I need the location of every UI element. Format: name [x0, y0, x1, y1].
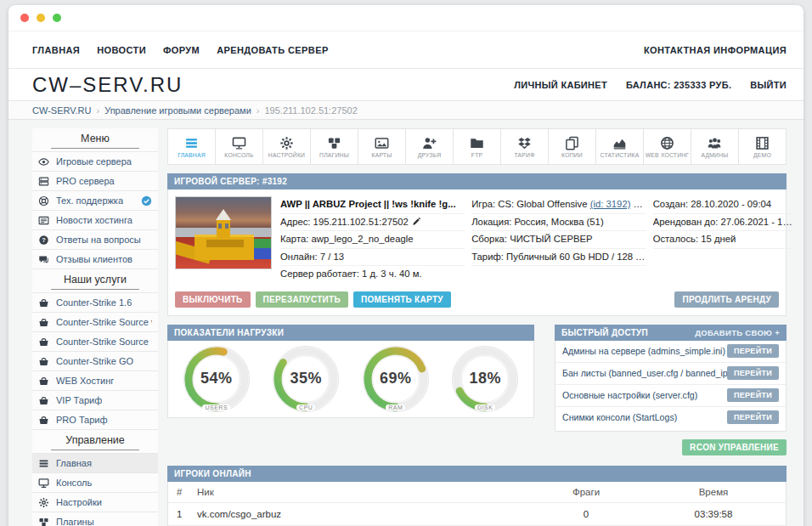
- toolbar-tab-userplus[interactable]: ДРУЗЬЯ: [405, 128, 454, 165]
- sidebar-item-monitor-1[interactable]: Консоль: [32, 473, 158, 493]
- nav-link[interactable]: ГЛАВНАЯ: [32, 45, 80, 55]
- rcon-management-button[interactable]: RCON УПРАВЛЕНИЕ: [682, 439, 787, 455]
- minimize-window-button[interactable]: [37, 14, 45, 22]
- sidebar-item-cart-1[interactable]: Counter-Strike Source v34: [32, 313, 158, 332]
- gauge-disk: 18%DISK: [449, 343, 521, 415]
- cart-icon: [38, 395, 49, 406]
- sidebar-item-menu-0[interactable]: Главная: [32, 453, 158, 473]
- toolbar-tab-admins[interactable]: АДМИНЫ: [691, 128, 739, 165]
- sidebar-item-eye-0[interactable]: Игровые сервера: [32, 151, 158, 172]
- masthead: CW–SERV.RU ЛИЧНЫЙ КАБИНЕТ БАЛАНС: 235333…: [8, 69, 804, 101]
- zoom-window-button[interactable]: [53, 14, 61, 22]
- quick-access-panel: БЫСТРЫЙ ДОСТУП ДОБАВИТЬ СВОЮ + Админы на…: [555, 325, 787, 432]
- player-frags: 0: [522, 509, 650, 519]
- sidebar-item-label: Плагины: [56, 517, 94, 526]
- players-panel-header: ИГРОКИ ОНЛАЙН: [167, 466, 787, 482]
- question-icon: ?: [38, 235, 49, 246]
- toolbar-tab-tariff[interactable]: ТАРИФ: [500, 128, 549, 165]
- content-area: МенюИгровые сервераPRO сервераТех. подде…: [8, 120, 804, 526]
- go-button[interactable]: ПЕРЕЙТИ: [727, 410, 779, 424]
- gauge-label: DISK: [449, 404, 521, 410]
- quick-access-label: Админы на сервере (admins_simple.ini): [562, 346, 727, 356]
- tariff-icon: [517, 136, 532, 150]
- toolbar-tab-folder[interactable]: FTP: [453, 128, 501, 165]
- sidebar-item-comments-5[interactable]: Отзывы клиентов: [32, 250, 158, 269]
- verified-badge-icon: [141, 195, 152, 206]
- col-num: #: [177, 487, 197, 497]
- sidebar-item-cart-2[interactable]: Counter-Strike Source: [32, 332, 158, 352]
- sidebar-item-label: Консоль: [56, 478, 92, 488]
- sidebar-item-cubes-3[interactable]: Плагины: [32, 512, 158, 526]
- toolbar-tab-label: СТАТИСТИКА: [601, 152, 640, 158]
- add-own-link[interactable]: ДОБАВИТЬ СВОЮ +: [695, 328, 780, 337]
- nav-link[interactable]: НОВОСТИ: [97, 45, 146, 55]
- toolbar-tab-copy[interactable]: КОПИИ: [548, 128, 596, 165]
- server-rented-until: Арендован до: 27.06.2021 - 17:00: [653, 214, 792, 232]
- players-online-panel: ИГРОКИ ОНЛАЙН # Ник Фраги Время 1vk.com/…: [167, 466, 787, 526]
- power-off-button[interactable]: ВЫКЛЮЧИТЬ: [175, 291, 251, 308]
- stats-icon: [612, 136, 627, 150]
- nav-link[interactable]: АРЕНДОВАТЬ СЕРВЕР: [217, 45, 328, 55]
- toolbar-tab-label: ПЛАГИНЫ: [319, 152, 349, 158]
- nav-link-contact-info[interactable]: КОНТАКТНАЯ ИНФОРМАЦИЯ: [644, 45, 787, 55]
- sidebar-item-label: Настройки: [56, 497, 102, 507]
- close-window-button[interactable]: [20, 14, 29, 22]
- toolbar-tab-gear[interactable]: НАСТРОЙКИ: [262, 128, 311, 165]
- go-button[interactable]: ПЕРЕЙТИ: [727, 366, 779, 380]
- cart-icon: [38, 415, 49, 426]
- folder-icon: [470, 136, 484, 150]
- change-map-button[interactable]: ПОМЕНЯТЬ КАРТУ: [353, 291, 451, 308]
- sidebar-item-cart-0[interactable]: Counter-Strike 1.6: [32, 292, 158, 313]
- gauge-label: CPU: [270, 404, 341, 410]
- sidebar-item-label: Новости хостинга: [56, 215, 133, 225]
- server-online: Онлайн: 7 / 13: [280, 249, 465, 267]
- sidebar-item-gear-2[interactable]: Настройки: [32, 493, 158, 512]
- globe-icon: [660, 136, 674, 150]
- sidebar-item-lifering-2[interactable]: Тех. поддержка: [32, 191, 158, 211]
- go-button[interactable]: ПЕРЕЙТИ: [727, 344, 779, 358]
- toolbar-tab-menu[interactable]: ГЛАВНАЯ: [167, 128, 216, 165]
- toolbar-tab-label: АДМИНЫ: [701, 152, 728, 158]
- lifering-icon: [38, 195, 49, 206]
- personal-cabinet-link[interactable]: ЛИЧНЫЙ КАБИНЕТ: [514, 80, 607, 90]
- sidebar-item-cart-5[interactable]: VIP Тариф: [32, 391, 158, 410]
- game-id-link[interactable]: (id: 3192): [590, 199, 631, 209]
- game-version: 1.37.9.4: [630, 199, 646, 209]
- sidebar: МенюИгровые сервераPRO сервераТех. подде…: [32, 128, 158, 526]
- sidebar-item-cart-3[interactable]: Counter-Strike GO: [32, 352, 158, 371]
- sidebar-item-cart-4[interactable]: WEB Хостинг: [32, 371, 158, 391]
- sidebar-item-label: PRO Тариф: [56, 415, 108, 425]
- nav-link[interactable]: ФОРУМ: [163, 45, 200, 55]
- top-navigation: ГЛАВНАЯНОВОСТИФОРУМАРЕНДОВАТЬ СЕРВЕР КОН…: [8, 31, 804, 69]
- toolbar-tab-image[interactable]: КАРТЫ: [358, 128, 406, 165]
- sidebar-item-rack-1[interactable]: PRO сервера: [32, 172, 158, 191]
- sidebar-item-cart-6[interactable]: PRO Тариф: [32, 410, 158, 430]
- edit-address-icon[interactable]: [412, 217, 421, 226]
- player-time: 03:39:58: [650, 509, 777, 519]
- sidebar-item-news-3[interactable]: Новости хостинга: [32, 211, 158, 230]
- players-table-header: # Ник Фраги Время: [168, 482, 786, 502]
- toolbar-tab-monitor[interactable]: КОНСОЛЬ: [215, 128, 263, 165]
- breadcrumb-item[interactable]: Управление игровыми серверами: [104, 105, 251, 116]
- sidebar-section-title: Меню: [32, 128, 158, 151]
- monitor-icon: [232, 136, 246, 150]
- restart-button[interactable]: ПЕРЕЗАПУСТИТЬ: [256, 291, 348, 308]
- toolbar-tab-stats[interactable]: СТАТИСТИКА: [595, 128, 644, 165]
- quick-access-row: Основные настройки (server.cfg)ПЕРЕЙТИ: [555, 385, 786, 407]
- breadcrumb-separator: ›: [257, 105, 260, 116]
- sidebar-item-label: Counter-Strike Source: [56, 337, 149, 347]
- logout-link[interactable]: ВЫЙТИ: [750, 80, 787, 90]
- admins-icon: [708, 136, 722, 150]
- toolbar-tab-label: ГЛАВНАЯ: [178, 152, 206, 158]
- breadcrumb-item[interactable]: CW-SERV.RU: [32, 105, 91, 116]
- prolong-rent-button[interactable]: ПРОДЛИТЬ АРЕНДУ: [674, 291, 779, 308]
- toolbar-tab-label: КОПИИ: [561, 152, 583, 158]
- menu-icon: [38, 458, 49, 469]
- toolbar-tab-globe[interactable]: WEB ХОСТИНГ: [643, 128, 691, 165]
- go-button[interactable]: ПЕРЕЙТИ: [727, 388, 779, 402]
- gear-icon: [38, 497, 49, 508]
- toolbar-tab-cubes[interactable]: ПЛАГИНЫ: [310, 128, 358, 165]
- toolbar-tab-film[interactable]: ДЕМО: [738, 128, 787, 165]
- sidebar-item-question-4[interactable]: ?Ответы на вопросы: [32, 230, 158, 250]
- sidebar-item-label: VIP Тариф: [56, 395, 102, 405]
